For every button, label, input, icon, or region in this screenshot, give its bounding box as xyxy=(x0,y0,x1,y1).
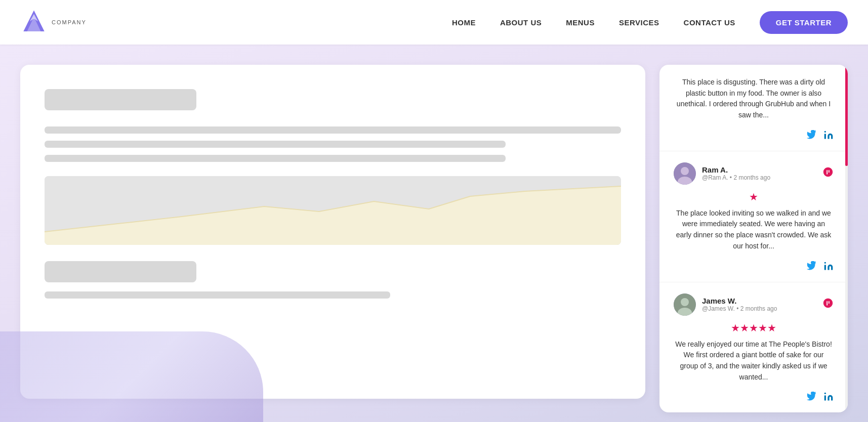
review-3-actions xyxy=(674,389,834,404)
yelp-icon-3 xyxy=(822,298,834,312)
reviewer-3-info: James W. @James W. • 2 months ago xyxy=(702,297,816,312)
svg-point-5 xyxy=(824,131,826,132)
svg-point-7 xyxy=(681,167,689,175)
scrollbar-thumb xyxy=(845,65,848,166)
nav-menus[interactable]: MENUS xyxy=(566,18,595,27)
review-1-text: This place is disgusting. There was a di… xyxy=(674,77,834,121)
logo-text: COMPANY xyxy=(52,19,87,25)
linkedin-icon-1[interactable] xyxy=(823,130,834,143)
review-card-1: This place is disgusting. There was a di… xyxy=(659,65,848,151)
page-background: This place is disgusting. There was a di… xyxy=(0,45,868,422)
review-card-3: James W. @James W. • 2 months ago ★★★★★ … xyxy=(659,282,848,413)
logo-icon xyxy=(20,9,48,36)
chart-area xyxy=(45,176,621,245)
review-3-header: James W. @James W. • 2 months ago xyxy=(674,293,834,316)
reviewer-2-info: Ram A. @Ram A. • 2 months ago xyxy=(702,165,816,181)
chart-svg xyxy=(45,176,621,245)
scrollbar-track[interactable] xyxy=(845,65,848,412)
reviewer-3-name: James W. xyxy=(702,297,816,305)
review-card-2: Ram A. @Ram A. • 2 months ago ★ The plac… xyxy=(659,151,848,282)
review-3-stars: ★★★★★ xyxy=(674,322,834,334)
svg-point-11 xyxy=(681,298,689,306)
nav-contact[interactable]: CONTACT US xyxy=(684,18,735,27)
skeleton-line-2 xyxy=(45,141,506,148)
skeleton-line-3 xyxy=(45,155,506,162)
navbar: COMPANY HOME ABOUT US MENUS SERVICES CON… xyxy=(0,0,868,45)
main-content-card xyxy=(20,65,645,399)
logo-area: COMPANY xyxy=(20,9,87,36)
reviewer-2-name: Ram A. xyxy=(702,165,816,174)
svg-point-13 xyxy=(824,393,826,394)
reviewer-2-handle: @Ram A. • 2 months ago xyxy=(702,174,816,181)
review-1-actions xyxy=(674,127,834,143)
reviews-sidebar: This place is disgusting. There was a di… xyxy=(659,65,848,412)
skeleton-title xyxy=(45,89,196,110)
nav-about[interactable]: ABOUT US xyxy=(500,18,542,27)
review-2-stars: ★ xyxy=(674,191,834,203)
reviewer-3-handle: @James W. • 2 months ago xyxy=(702,305,816,312)
skeleton-title-2 xyxy=(45,261,196,282)
review-3-text: We really enjoyed our time at The People… xyxy=(674,339,834,383)
avatar-james xyxy=(674,293,696,316)
yelp-icon-2 xyxy=(822,166,834,181)
svg-point-9 xyxy=(824,262,826,263)
nav-services[interactable]: SERVICES xyxy=(619,18,659,27)
skeleton-line-1 xyxy=(45,126,621,134)
twitter-icon-2[interactable] xyxy=(806,261,816,274)
twitter-icon-3[interactable] xyxy=(806,392,816,404)
skeleton-line-4 xyxy=(45,291,390,299)
nav-home[interactable]: HOME xyxy=(452,18,476,27)
get-starter-button[interactable]: GET STARTER xyxy=(760,11,848,34)
linkedin-icon-3[interactable] xyxy=(823,392,834,404)
linkedin-icon-2[interactable] xyxy=(823,261,834,274)
review-2-actions xyxy=(674,258,834,274)
review-2-text: The place looked inviting so we walked i… xyxy=(674,208,834,252)
avatar-ram xyxy=(674,162,696,185)
twitter-icon-1[interactable] xyxy=(806,130,816,143)
review-2-header: Ram A. @Ram A. • 2 months ago xyxy=(674,162,834,185)
nav-links: HOME ABOUT US MENUS SERVICES CONTACT US xyxy=(452,18,735,27)
